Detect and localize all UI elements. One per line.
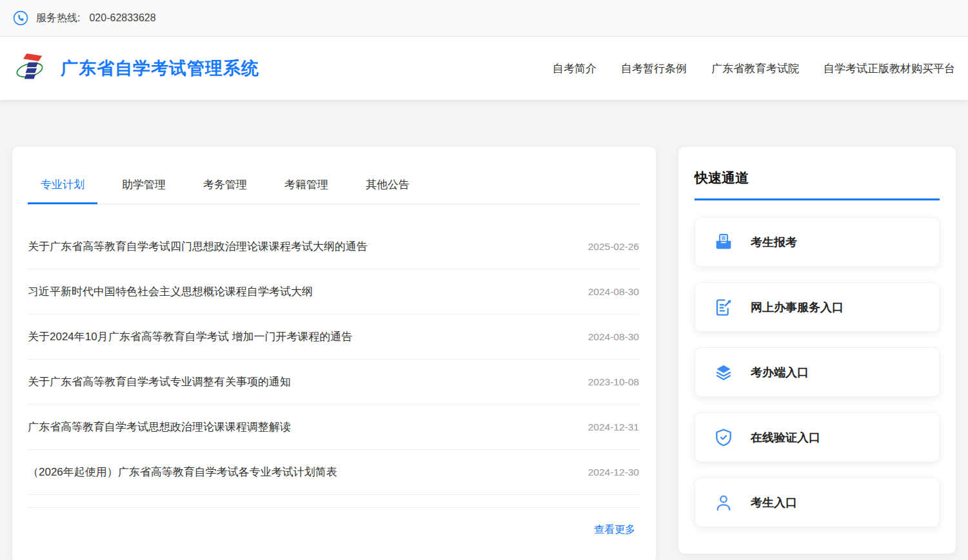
announcements-panel: 专业计划 助学管理 考务管理 考籍管理 其他公告 关于广东省高等教育自学考试四门… [12, 147, 656, 560]
tab-exam-records[interactable]: 考籍管理 [272, 164, 341, 204]
quick-link-label: 考生报考 [751, 235, 797, 250]
quick-access-divider [695, 198, 940, 200]
quick-access-title: 快速通道 [695, 169, 940, 187]
nav-item-regulations[interactable]: 自考暂行条例 [621, 61, 687, 76]
list-item[interactable]: 习近平新时代中国特色社会主义思想概论课程自学考试大纲 2024-08-30 [28, 269, 640, 314]
announcement-title: 习近平新时代中国特色社会主义思想概论课程自学考试大纲 [28, 284, 313, 299]
announcement-date: 2024-12-30 [588, 467, 640, 478]
list-spacer [28, 495, 640, 508]
quick-link-exam-office-portal[interactable]: 考办端入口 [695, 347, 940, 397]
topbar: 服务热线: 020-62833628 [0, 0, 968, 37]
layers-icon [713, 362, 734, 383]
list-item[interactable]: 关于广东省高等教育自学考试专业调整有关事项的通知 2023-10-08 [28, 360, 640, 405]
list-item[interactable]: 关于2024年10月广东省高等教育自学考试 增加一门开考课程的通告 2024-0… [28, 314, 640, 360]
announcement-date: 2024-08-30 [588, 331, 640, 343]
tab-other-notices[interactable]: 其他公告 [353, 164, 422, 204]
nav-item-exam-authority[interactable]: 广东省教育考试院 [711, 61, 799, 76]
announcement-date: 2023-10-08 [588, 376, 640, 388]
announcement-title: 广东省高等教育自学考试思想政治理论课课程调整解读 [28, 420, 291, 434]
view-more-link[interactable]: 查看更多 [594, 523, 635, 537]
site-logo-icon [15, 50, 44, 86]
more-row: 查看更多 [28, 508, 640, 560]
header-nav: 自考简介 自考暂行条例 广东省教育考试院 自学考试正版教材购买平台 [553, 61, 960, 76]
quick-link-online-verification[interactable]: 在线验证入口 [695, 412, 940, 462]
site-header: 广东省自学考试管理系统 自考简介 自考暂行条例 广东省教育考试院 自学考试正版教… [0, 37, 968, 100]
nav-item-intro[interactable]: 自考简介 [553, 61, 597, 76]
hotline-label: 服务热线: [36, 12, 80, 25]
quick-access-list: 考生报考 网上办事服务入口 [695, 217, 940, 527]
announcement-list: 关于广东省高等教育自学考试四门思想政治理论课课程考试大纲的通告 2025-02-… [28, 224, 640, 508]
tab-major-plans[interactable]: 专业计划 [28, 164, 97, 204]
page-title: 广东省自学考试管理系统 [61, 57, 259, 80]
form-edit-icon [713, 297, 734, 318]
list-item[interactable]: （2026年起使用）广东省高等教育自学考试各专业考试计划简表 2024-12-3… [28, 450, 640, 495]
quick-link-candidate-portal[interactable]: 考生入口 [695, 478, 940, 527]
nav-item-textbook-platform[interactable]: 自学考试正版教材购买平台 [824, 61, 955, 76]
quick-link-online-services[interactable]: 网上办事服务入口 [695, 282, 940, 332]
hotline-number: 020-62833628 [89, 12, 155, 24]
list-item[interactable]: 广东省高等教育自学考试思想政治理论课课程调整解读 2024-12-31 [28, 405, 640, 450]
quick-link-candidate-registration[interactable]: 考生报考 [695, 217, 940, 267]
announcement-title: 关于广东省高等教育自学考试专业调整有关事项的通知 [28, 374, 291, 389]
quick-link-label: 考生入口 [751, 495, 797, 510]
quick-link-label: 网上办事服务入口 [751, 300, 844, 315]
announcement-tabs: 专业计划 助学管理 考务管理 考籍管理 其他公告 [28, 147, 640, 204]
inbox-icon [713, 232, 734, 253]
announcement-date: 2024-12-31 [588, 421, 640, 433]
shield-check-icon [713, 427, 734, 448]
announcement-title: 关于2024年10月广东省高等教育自学考试 增加一门开考课程的通告 [28, 329, 352, 344]
phone-icon [13, 10, 28, 26]
list-item[interactable]: 关于广东省高等教育自学考试四门思想政治理论课课程考试大纲的通告 2025-02-… [28, 224, 640, 269]
announcement-title: 关于广东省高等教育自学考试四门思想政治理论课课程考试大纲的通告 [28, 239, 368, 254]
announcement-date: 2025-02-26 [588, 241, 640, 253]
announcement-date: 2024-08-30 [588, 286, 640, 298]
tab-study-support[interactable]: 助学管理 [109, 164, 179, 204]
tab-exam-affairs[interactable]: 考务管理 [190, 164, 260, 204]
quick-link-label: 在线验证入口 [751, 430, 820, 445]
user-icon [713, 492, 734, 513]
quick-link-label: 考办端入口 [751, 365, 809, 380]
main-content: 专业计划 助学管理 考务管理 考籍管理 其他公告 关于广东省高等教育自学考试四门… [0, 100, 968, 560]
brand-home-link[interactable]: 广东省自学考试管理系统 [15, 50, 259, 86]
announcement-title: （2026年起使用）广东省高等教育自学考试各专业考试计划简表 [28, 465, 337, 479]
quick-access-panel: 快速通道 考生报考 [678, 147, 956, 554]
